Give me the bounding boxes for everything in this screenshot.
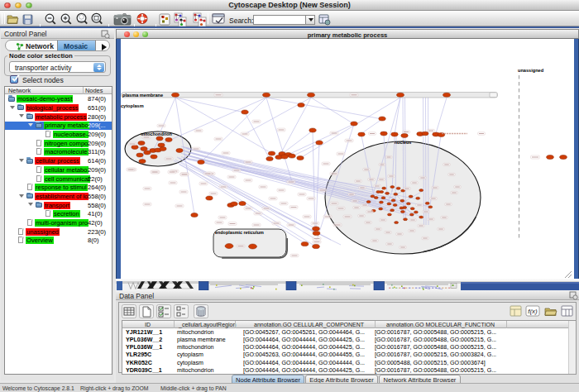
svg-text:cytoplasm: cytoplasm	[121, 103, 144, 108]
svg-text:endoplasmic reticulum: endoplasmic reticulum	[215, 230, 264, 235]
svg-text:unassigned: unassigned	[518, 68, 544, 73]
svg-text:nucleus: nucleus	[395, 140, 411, 145]
svg-text:f(x): f(x)	[528, 308, 538, 315]
svg-text:plasma membrane: plasma membrane	[122, 93, 163, 98]
